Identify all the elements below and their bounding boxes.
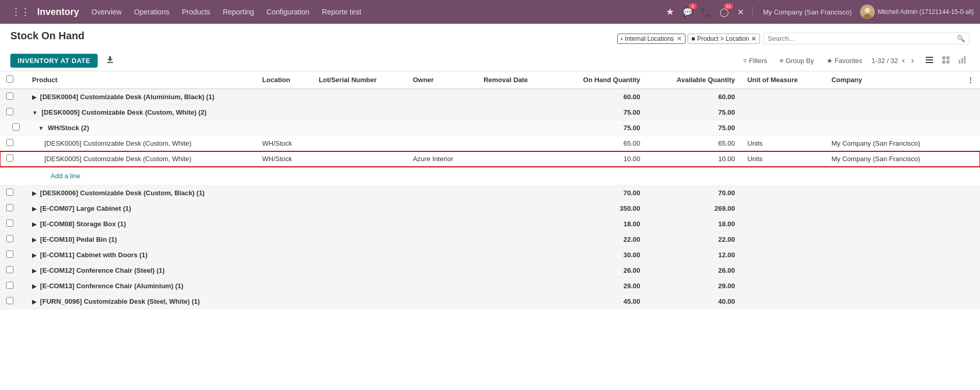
close-icon[interactable]: ✕ <box>735 5 746 19</box>
svg-rect-11 <box>959 60 960 64</box>
menu-item-configuration[interactable]: Configuration <box>260 0 316 24</box>
row-checkbox-cell[interactable] <box>0 151 26 167</box>
group-more <box>961 216 980 232</box>
inventory-at-date-button[interactable]: INVENTORY AT DATE <box>10 54 98 68</box>
group-checkbox-cell[interactable] <box>0 185 26 201</box>
header-uom[interactable]: Unit of Measure <box>741 71 826 89</box>
expand-icon[interactable]: ▶ <box>32 206 36 212</box>
table-row[interactable]: [DESK0005] Customizable Desk (Custom, Wh… <box>0 151 980 167</box>
group-checkbox[interactable] <box>6 204 13 211</box>
add-line-button[interactable]: Add a line <box>32 170 974 182</box>
menu-item-operations[interactable]: Operations <box>128 0 175 24</box>
favorites-button[interactable]: ★ Favorites <box>823 55 865 66</box>
group-checkbox[interactable] <box>6 251 13 258</box>
group-checkbox-cell[interactable] <box>0 89 26 105</box>
header-owner[interactable]: Owner <box>407 71 477 89</box>
group-checkbox[interactable] <box>6 189 13 196</box>
subgroup-checkbox-cell[interactable] <box>0 120 26 136</box>
expand-icon[interactable]: ▶ <box>32 299 36 305</box>
list-view-button[interactable] <box>922 54 937 68</box>
expand-icon[interactable]: ▶ <box>32 283 36 289</box>
header-product[interactable]: Product <box>26 71 256 89</box>
expand-icon[interactable]: ▼ <box>32 110 38 116</box>
expand-icon[interactable]: ▶ <box>32 94 36 100</box>
user-menu[interactable]: Mitchell Admin (17121144-15-0-all) <box>860 5 974 19</box>
row-uom: Units <box>741 151 826 167</box>
group-checkbox-cell[interactable] <box>0 201 26 216</box>
pagination-prev[interactable]: ‹ <box>900 55 907 66</box>
group-label[interactable]: ▶ [FURN_0096] Customizable Desk (Steel, … <box>26 294 477 309</box>
group-checkbox[interactable] <box>6 220 13 227</box>
header-lot-serial[interactable]: Lot/Serial Number <box>313 71 407 89</box>
group-checkbox-cell[interactable] <box>0 278 26 294</box>
group-label[interactable]: ▶ [E-COM10] Pedal Bin (1) <box>26 232 477 247</box>
subgroup-label[interactable]: ▼ WH/Stock (2) <box>26 120 477 136</box>
star-icon[interactable]: ★ <box>664 4 676 20</box>
group-row: ▶ [E-COM12] Conference Chair (Steel) (1)… <box>0 263 980 278</box>
apps-menu-icon[interactable]: ⋮⋮ <box>6 6 35 18</box>
filters-button[interactable]: ▿ Filters <box>740 55 770 66</box>
group-checkbox-cell[interactable] <box>0 263 26 278</box>
row-checkbox[interactable] <box>6 154 13 162</box>
expand-icon[interactable]: ▶ <box>32 221 36 227</box>
filter-tag-group-by[interactable]: ■ Product > Location ✕ <box>688 34 760 44</box>
group-checkbox-cell[interactable] <box>0 294 26 309</box>
header-checkbox-col[interactable] <box>0 71 26 89</box>
svg-rect-10 <box>946 60 950 64</box>
header-available[interactable]: Available Quantity <box>646 71 741 89</box>
row-checkbox[interactable] <box>6 139 13 146</box>
group-checkbox[interactable] <box>6 266 13 273</box>
menu-item-reporting[interactable]: Reporting <box>216 0 260 24</box>
group-label[interactable]: ▶ [E-COM11] Cabinet with Doors (1) <box>26 247 477 263</box>
group-label[interactable]: ▶ [E-COM12] Conference Chair (Steel) (1) <box>26 263 477 278</box>
group-checkbox-cell[interactable] <box>0 232 26 247</box>
group-checkbox[interactable] <box>6 235 13 242</box>
group-label[interactable]: ▶ [DESK0006] Customizable Desk (Custom, … <box>26 185 477 201</box>
download-button[interactable] <box>102 53 118 68</box>
brand-logo[interactable]: Inventory <box>35 7 85 18</box>
filter-tag-internal-locations[interactable]: ▪ Internal Locations ✕ <box>617 34 686 44</box>
group-label[interactable]: ▶ [E-COM13] Conference Chair (Aluminium)… <box>26 278 477 294</box>
activity-icon[interactable]: ◯ 31 <box>718 5 731 19</box>
subgroup-expand-icon[interactable]: ▼ <box>38 125 44 131</box>
chat-icon[interactable]: 💬 4 <box>680 5 695 19</box>
group-label[interactable]: ▶ [E-COM07] Large Cabinet (1) <box>26 201 477 216</box>
group-by-button[interactable]: ≡ Group By <box>776 55 817 66</box>
subgroup-checkbox[interactable] <box>12 123 20 131</box>
menu-item-overview[interactable]: Overview <box>85 0 128 24</box>
expand-icon[interactable]: ▶ <box>32 268 36 274</box>
group-label[interactable]: ▶ [E-COM08] Storage Box (1) <box>26 216 477 232</box>
phone-icon[interactable]: 📞 <box>699 5 713 19</box>
header-more[interactable]: ⋮ <box>961 71 980 89</box>
select-all-checkbox[interactable] <box>6 75 13 83</box>
group-checkbox[interactable] <box>6 282 13 289</box>
header-on-hand[interactable]: On Hand Quantity <box>553 71 646 89</box>
kanban-view-button[interactable] <box>939 54 953 68</box>
header-location[interactable]: Location <box>256 71 313 89</box>
group-checkbox[interactable] <box>6 297 13 304</box>
group-checkbox-cell[interactable] <box>0 105 26 120</box>
table-row[interactable]: [DESK0005] Customizable Desk (Custom, Wh… <box>0 136 980 151</box>
search-input[interactable] <box>768 35 957 42</box>
menu-item-reporte-test[interactable]: Reporte test <box>316 0 367 24</box>
group-checkbox-cell[interactable] <box>0 216 26 232</box>
graph-view-button[interactable] <box>955 54 970 68</box>
filter-tag-close-1[interactable]: ✕ <box>677 35 682 42</box>
group-label[interactable]: ▼ [DESK0005] Customizable Desk (Custom, … <box>26 105 477 120</box>
expand-icon[interactable]: ▶ <box>32 190 36 196</box>
favorites-label: Favorites <box>835 57 862 65</box>
filter-tag-close-2[interactable]: ✕ <box>751 35 756 42</box>
expand-icon[interactable]: ▶ <box>32 252 36 258</box>
search-bar[interactable]: 🔍 <box>763 33 970 44</box>
company-name[interactable]: My Company (San Francisco) <box>763 8 852 16</box>
group-checkbox-cell[interactable] <box>0 247 26 263</box>
row-checkbox-cell[interactable] <box>0 136 26 151</box>
expand-icon[interactable]: ▶ <box>32 237 36 243</box>
group-checkbox[interactable] <box>6 92 13 100</box>
menu-item-products[interactable]: Products <box>176 0 216 24</box>
group-checkbox[interactable] <box>6 108 13 115</box>
header-removal-date[interactable]: Removal Date <box>477 71 553 89</box>
group-label[interactable]: ▶ [DESK0004] Customizable Desk (Aluminiu… <box>26 89 477 105</box>
pagination-next[interactable]: › <box>909 55 916 66</box>
header-company[interactable]: Company <box>825 71 961 89</box>
